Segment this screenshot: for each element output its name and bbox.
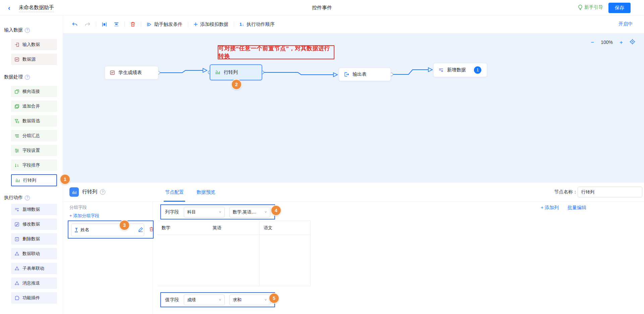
group-summary-icon [14,133,19,138]
chevron-down-icon: ∨ [264,210,267,213]
message-push-icon [14,281,19,286]
sidebar-item-message-push[interactable]: 消息推送 [11,277,57,289]
edit-icon[interactable] [138,227,144,234]
add-data-icon [438,67,444,73]
arrowhead [333,73,337,77]
trigger-condition-button[interactable]: 助手触发条件 [147,21,182,27]
flow-connectors [63,34,644,183]
save-button[interactable]: 保存 [608,3,631,13]
sidebar-item-input-data[interactable]: 输入数据 [11,39,57,50]
sidebar-item-subform-linkage[interactable]: 子表单联动 [11,263,57,274]
beginner-guide-link[interactable]: 新手引导 [578,4,603,10]
trash-icon[interactable] [149,227,154,233]
help-icon[interactable]: ? [100,189,105,195]
align-horizontal-icon[interactable] [102,22,107,27]
add-column-link[interactable]: + 添加列 [541,205,559,211]
data-source-icon [110,70,115,75]
add-data-icon [14,207,19,212]
help-icon[interactable]: ? [25,28,30,33]
step-badge-3: 3 [120,221,129,230]
zoom-level: 100% [601,40,613,45]
undo-icon[interactable] [72,22,78,27]
add-mock-data-button[interactable]: 添加模拟数据 [194,21,228,27]
action-order-button[interactable]: 1↓ 执行动作顺序 [239,21,275,27]
node-row-to-column[interactable]: 行转列 [210,64,262,80]
status-toggle[interactable]: 开启中 [619,21,633,27]
subform-linkage-icon [14,266,19,271]
sidebar-item-horizontal-join[interactable]: 横向连接 [11,86,57,97]
panel-tabs: 节点配置 数据预览 [164,183,216,202]
panel-header: 行转列 ? 节点配置 数据预览 节点名称： [63,183,644,202]
row-to-column-icon [215,70,220,75]
trigger-icon [147,22,152,27]
function-plugin-icon [14,296,19,301]
node-add-data[interactable]: 新增数据 1 [433,63,487,77]
redo-icon[interactable] [85,22,91,27]
tab-node-config[interactable]: 节点配置 [164,183,184,202]
tab-data-preview[interactable]: 数据预览 [196,183,216,202]
modify-data-icon [14,222,19,227]
page-title: 控件事件 [0,5,644,11]
preview-table-body [158,235,311,286]
fit-view-icon[interactable] [630,39,635,46]
delete-node-icon[interactable] [130,21,136,27]
data-linkage-icon [14,251,19,256]
sidebar-item-field-sort[interactable]: 1 字段排序 [11,160,57,171]
group-field-input[interactable]: T 姓名 [71,224,144,236]
input-data-icon [14,42,19,47]
sidebar-item-append-merge[interactable]: 追加合并 [11,101,57,112]
group-field-value: 姓名 [80,227,89,233]
chevron-down-icon: ∨ [219,210,221,213]
column-actions: + 添加列 批量编辑 [541,205,586,211]
lightbulb-icon [578,5,583,10]
arrowhead [428,68,432,72]
section-title-data-process: 数据处理? [4,74,63,80]
column-values-select[interactable]: 数学,英语,...∨ [229,207,270,217]
node-name-label: 节点名称： [554,189,578,195]
sidebar-item-data-source[interactable]: 数据源 [11,54,57,65]
append-merge-icon [14,104,19,109]
row-to-column-icon [15,178,20,183]
action-count-badge: 1 [474,66,481,74]
row-to-column-icon [69,187,79,197]
arrowhead [203,68,207,72]
flow-canvas[interactable]: − 100% + 可对接“任意一个前置节点”，对其数据进行转换 学生成绩表 行转… [63,34,644,183]
zoom-out-button[interactable]: − [591,40,594,45]
align-vertical-icon[interactable] [114,22,119,27]
node-name-input[interactable] [578,187,642,197]
help-icon[interactable]: ? [25,75,30,80]
help-icon[interactable]: ? [25,195,30,200]
chevron-down-icon: ∨ [264,298,267,301]
panel-title: 行转列 ? [82,189,105,195]
node-output-table[interactable]: 输出表 [339,68,391,81]
sidebar-item-delete-data[interactable]: 删除数据 [11,233,57,245]
table-empty-cell [158,235,209,286]
sidebar-item-row-to-column[interactable]: 行转列 [11,174,57,186]
sidebar-item-data-linkage[interactable]: 数据联动 [11,248,57,259]
sidebar-item-add-data[interactable]: 新增数据 [11,204,57,215]
value-field-select[interactable]: 成绩∨ [184,295,225,305]
sidebar-item-modify-data[interactable]: 修改数据 [11,218,57,230]
filter-icon [14,119,19,124]
node-student-scores[interactable]: 学生成绩表 [105,66,158,79]
column-field-select[interactable]: 科目∨ [184,207,225,217]
zoom-in-button[interactable]: + [620,40,623,45]
canvas-toolbar: 助手触发条件 添加模拟数据 1↓ 执行动作顺序 开启中 [63,15,644,34]
section-title-actions: 执行动作? [4,194,63,201]
sidebar-item-function-plugin[interactable]: 功能插件 [11,292,57,304]
zoom-controls: − 100% + [591,39,635,46]
column-field-row: 列字段 科目∨ 数学,英语,...∨ [160,204,275,219]
sidebar-item-data-filter[interactable]: 数据筛选 [11,115,57,127]
sidebar: 输入数据? 输入数据 数据源 数据处理? 横向连接 追加合并 数据筛选 分组汇总… [0,15,63,314]
step-badge-2: 2 [232,80,241,89]
step-badge-5: 5 [269,294,279,303]
top-bar: ‹ 未命名数据助手 控件事件 新手引导 保存 [0,0,644,15]
sidebar-item-group-summary[interactable]: 分组汇总 [11,130,57,141]
chevron-down-icon: ∨ [219,298,221,301]
add-group-field-link[interactable]: + 添加分组字段 [69,213,99,219]
sidebar-item-field-settings[interactable]: 字段设置 [11,145,57,156]
aggregation-select[interactable]: 求和∨ [229,295,270,305]
delete-data-icon [14,237,19,242]
table-header-cell: 语文 [260,221,311,235]
batch-edit-link[interactable]: 批量编辑 [568,205,586,211]
